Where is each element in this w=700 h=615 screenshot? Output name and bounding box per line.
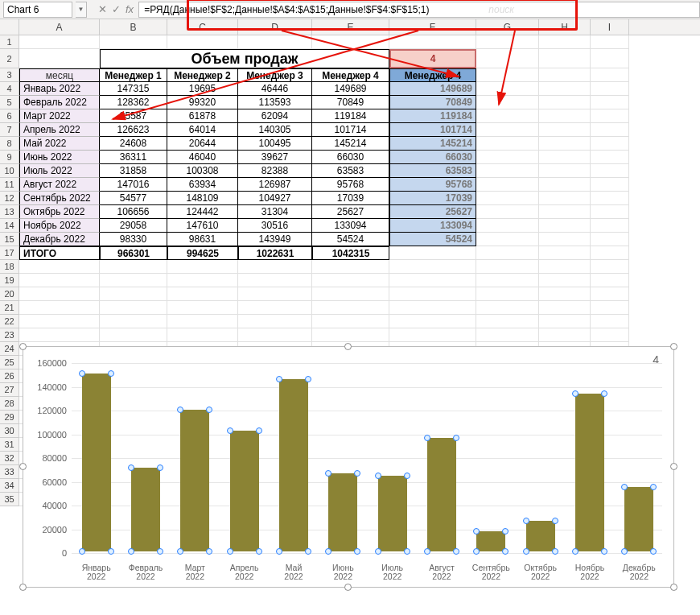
month-cell[interactable]: Декабрь 2022 [19, 233, 100, 246]
data-cell[interactable]: 133094 [312, 219, 389, 233]
row-header[interactable]: 15 [0, 233, 19, 246]
empty-cell[interactable] [238, 287, 312, 301]
data-cell[interactable]: 126987 [238, 178, 312, 192]
helper-data-cell[interactable]: 145214 [389, 137, 476, 151]
row-header[interactable]: 30 [0, 424, 19, 438]
empty-cell[interactable] [539, 178, 591, 192]
month-cell[interactable]: Январь 2022 [19, 82, 100, 96]
row-header[interactable]: 18 [0, 260, 19, 274]
row-header[interactable]: 26 [0, 369, 19, 383]
empty-cell[interactable] [312, 260, 389, 274]
data-cell[interactable]: 99320 [167, 96, 238, 109]
data-cell[interactable]: 35587 [100, 109, 167, 123]
empty-cell[interactable] [539, 287, 591, 301]
empty-cell[interactable] [312, 287, 389, 301]
name-box[interactable]: Chart 6 [3, 2, 72, 18]
data-cell[interactable]: 101714 [312, 123, 389, 137]
row-header[interactable]: 23 [0, 328, 19, 342]
empty-cell[interactable] [476, 233, 539, 246]
chart-bar[interactable] [575, 394, 604, 551]
helper-data-cell[interactable]: 101714 [389, 123, 476, 137]
data-cell[interactable]: 124442 [167, 205, 238, 219]
empty-cell[interactable] [100, 35, 167, 49]
row-header[interactable]: 32 [0, 452, 19, 465]
data-cell[interactable]: 147016 [100, 178, 167, 192]
chart-bar[interactable] [427, 438, 456, 551]
data-cell[interactable]: 46040 [167, 151, 238, 164]
empty-cell[interactable] [539, 233, 591, 246]
empty-cell[interactable] [100, 301, 167, 315]
empty-cell[interactable] [539, 246, 591, 260]
data-cell[interactable]: 20644 [167, 137, 238, 151]
row-header[interactable]: 33 [0, 465, 19, 479]
chart-plot-area[interactable] [72, 363, 662, 551]
col-header-B[interactable]: B [100, 19, 167, 35]
helper-data-cell[interactable]: 149689 [389, 82, 476, 96]
empty-cell[interactable] [389, 260, 476, 274]
empty-cell[interactable] [539, 109, 591, 123]
empty-cell[interactable] [312, 315, 389, 328]
empty-cell[interactable] [389, 246, 476, 260]
empty-cell[interactable] [476, 123, 539, 137]
empty-cell[interactable] [389, 315, 476, 328]
empty-cell[interactable] [312, 301, 389, 315]
empty-cell[interactable] [591, 246, 629, 260]
row-header[interactable]: 31 [0, 438, 19, 452]
data-cell[interactable]: 106656 [100, 205, 167, 219]
empty-cell[interactable] [539, 315, 591, 328]
chart-bar[interactable] [131, 468, 160, 552]
data-cell[interactable]: 36311 [100, 151, 167, 164]
row-header[interactable]: 5 [0, 96, 19, 109]
empty-cell[interactable] [539, 205, 591, 219]
empty-cell[interactable] [591, 178, 629, 192]
empty-cell[interactable] [591, 274, 629, 287]
col-header-D[interactable]: D [238, 19, 312, 35]
row-header[interactable]: 10 [0, 164, 19, 178]
formula-bar-input[interactable]: =РЯД(Данные!$F$2;Данные!$A$4:$A$15;Данны… [138, 2, 700, 18]
empty-cell[interactable] [476, 287, 539, 301]
chart-bar[interactable] [624, 487, 653, 551]
empty-cell[interactable] [100, 328, 167, 342]
data-cell[interactable]: 54524 [312, 233, 389, 246]
empty-cell[interactable] [476, 82, 539, 96]
row-header[interactable]: 6 [0, 109, 19, 123]
fx-icon[interactable]: fx [126, 3, 134, 15]
empty-cell[interactable] [476, 164, 539, 178]
data-cell[interactable]: 25627 [312, 205, 389, 219]
col-header-A[interactable]: A [19, 19, 100, 35]
month-cell[interactable]: Февраль 2022 [19, 96, 100, 109]
helper-data-cell[interactable]: 25627 [389, 205, 476, 219]
data-cell[interactable]: 19695 [167, 82, 238, 96]
row-header[interactable]: 17 [0, 246, 19, 260]
empty-cell[interactable] [476, 328, 539, 342]
empty-cell[interactable] [591, 96, 629, 109]
helper-data-cell[interactable]: 119184 [389, 109, 476, 123]
empty-cell[interactable] [591, 328, 629, 342]
row-header[interactable]: 28 [0, 397, 19, 411]
empty-cell[interactable] [476, 301, 539, 315]
empty-cell[interactable] [591, 192, 629, 205]
data-cell[interactable]: 145214 [312, 137, 389, 151]
row-header[interactable]: 11 [0, 178, 19, 192]
chart-bar[interactable] [378, 476, 407, 551]
data-cell[interactable]: 66030 [312, 151, 389, 164]
empty-cell[interactable] [19, 328, 100, 342]
month-cell[interactable]: Август 2022 [19, 178, 100, 192]
empty-cell[interactable] [539, 274, 591, 287]
row-header[interactable]: 3 [0, 68, 19, 82]
empty-cell[interactable] [539, 35, 591, 49]
data-cell[interactable]: 98330 [100, 233, 167, 246]
empty-cell[interactable] [389, 274, 476, 287]
month-cell[interactable]: Июнь 2022 [19, 151, 100, 164]
empty-cell[interactable] [476, 315, 539, 328]
empty-cell[interactable] [100, 315, 167, 328]
row-header[interactable]: 1 [0, 35, 19, 49]
empty-cell[interactable] [591, 219, 629, 233]
data-cell[interactable]: 24608 [100, 137, 167, 151]
row-header[interactable]: 7 [0, 123, 19, 137]
empty-cell[interactable] [167, 287, 238, 301]
month-cell[interactable]: Март 2022 [19, 109, 100, 123]
chart-bar[interactable] [526, 521, 555, 551]
data-cell[interactable]: 148109 [167, 192, 238, 205]
chart-handle[interactable] [19, 584, 27, 591]
